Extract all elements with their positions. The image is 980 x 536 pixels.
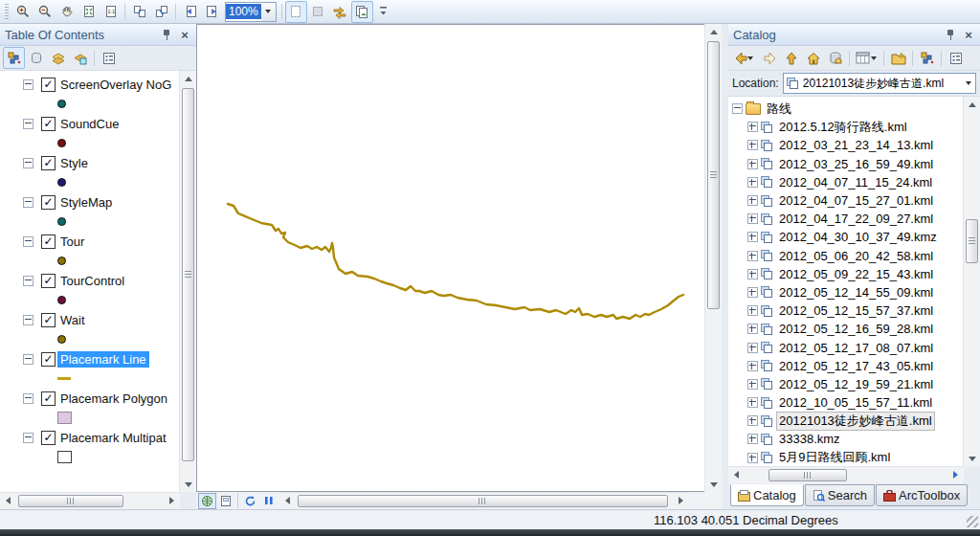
map-canvas[interactable]: [196, 24, 705, 492]
zoom-100-button[interactable]: 1:1: [100, 1, 122, 23]
toc-hscroll-thumb[interactable]: [18, 495, 123, 507]
fixed-zoom-out-button[interactable]: [150, 1, 172, 23]
layer-visibility-checkbox[interactable]: [41, 313, 56, 327]
focus-data-frame-button[interactable]: [307, 1, 329, 23]
collapse-expander-icon[interactable]: [23, 315, 33, 325]
zoom-level-value[interactable]: 100%: [226, 4, 261, 19]
catalog-item-name[interactable]: 2012_03_21_23_14_13.kml: [777, 138, 935, 152]
scroll-right-button[interactable]: [947, 467, 964, 482]
layer-symbol[interactable]: [57, 139, 66, 147]
zoom-level-combobox[interactable]: 100%: [225, 2, 277, 22]
location-dropdown-icon[interactable]: [961, 74, 975, 93]
expand-plus-icon[interactable]: [747, 415, 758, 426]
window-resize-grip[interactable]: [967, 516, 978, 527]
catalog-item[interactable]: 2012_05_12_14_55_09.kml: [728, 283, 964, 302]
forward-button[interactable]: [758, 47, 780, 69]
expand-plus-icon[interactable]: [747, 195, 758, 206]
collapse-expander-icon[interactable]: [23, 119, 33, 129]
scroll-up-button[interactable]: [180, 71, 196, 86]
expand-plus-icon[interactable]: [747, 287, 758, 298]
expand-plus-icon[interactable]: [747, 324, 758, 334]
layer-name[interactable]: Placemark Multipat: [57, 430, 169, 446]
data-driven-pages-button[interactable]: [351, 1, 373, 23]
map-vscroll-thumb[interactable]: [707, 41, 720, 309]
scroll-down-button[interactable]: [705, 477, 722, 492]
scroll-left-button[interactable]: [279, 493, 296, 508]
layer-symbol[interactable]: [57, 100, 66, 108]
catalog-item-name[interactable]: 2012_05_12_19_59_21.kml: [777, 377, 935, 391]
refresh-drawing-button[interactable]: [241, 493, 259, 509]
catalog-item-name[interactable]: 5月9日路线回顾.kml: [777, 449, 892, 466]
location-value[interactable]: 20121013徒步妙峰古道.kml: [803, 76, 961, 92]
catalog-item-name[interactable]: 2012_05_12_17_43_05.kml: [777, 359, 935, 373]
scroll-up-button[interactable]: [964, 97, 980, 112]
home-folder-button[interactable]: [802, 47, 824, 69]
expand-plus-icon[interactable]: [747, 177, 758, 188]
catalog-options-button[interactable]: [945, 47, 967, 69]
pin-icon[interactable]: [946, 29, 956, 40]
layer-name[interactable]: StyleMap: [57, 194, 115, 211]
catalog-item-name[interactable]: 2012_05_12_16_59_28.kml: [777, 322, 935, 336]
catalog-item[interactable]: 2012_04_07_15_27_01.kml: [728, 191, 964, 210]
catalog-vscroll-thumb[interactable]: [966, 219, 978, 263]
layer-visibility-checkbox[interactable]: [41, 274, 56, 288]
up-one-level-button[interactable]: [780, 47, 802, 69]
map-hscroll-thumb[interactable]: [298, 495, 668, 507]
expand-plus-icon[interactable]: [747, 343, 758, 353]
expand-plus-icon[interactable]: [747, 379, 758, 390]
catalog-item-name[interactable]: 2012_05_09_22_15_43.kml: [777, 267, 935, 281]
catalog-item-name[interactable]: 2012_05_12_14_55_09.kml: [777, 285, 935, 300]
catalog-item[interactable]: 2012_05_06_20_42_58.kml: [728, 247, 964, 265]
expand-plus-icon[interactable]: [747, 397, 758, 408]
layer-visibility-checkbox[interactable]: [41, 431, 56, 445]
catalog-item[interactable]: 2012_04_17_22_09_27.kml: [728, 210, 964, 228]
data-view-button[interactable]: [198, 493, 216, 509]
layer-symbol[interactable]: [57, 412, 72, 424]
catalog-item[interactable]: 2012_05_12_17_43_05.kml: [728, 357, 964, 375]
map-vertical-scrollbar[interactable]: [704, 24, 722, 492]
list-by-visibility-button[interactable]: [47, 47, 69, 69]
catalog-item[interactable]: 2012_03_21_23_14_13.kml: [728, 136, 964, 154]
expand-plus-icon[interactable]: [747, 434, 758, 444]
layer-name[interactable]: Tour: [57, 234, 87, 250]
zoom-out-button[interactable]: [33, 1, 56, 23]
back-button[interactable]: [731, 47, 758, 69]
catalog-root-folder[interactable]: 路线: [728, 100, 964, 118]
scroll-up-button[interactable]: [705, 24, 722, 39]
catalog-item[interactable]: 20121013徒步妙峰古道.kml: [728, 412, 964, 430]
fixed-zoom-in-button[interactable]: [128, 1, 150, 23]
expand-plus-icon[interactable]: [747, 305, 758, 316]
layer-symbol[interactable]: [57, 377, 71, 380]
change-layout-button[interactable]: [329, 1, 351, 23]
catalog-item-name[interactable]: 2012_05_06_20_42_58.kml: [777, 249, 935, 263]
collapse-expander-icon[interactable]: [23, 433, 33, 443]
catalog-item[interactable]: 2012_04_07_11_15_24.kml: [728, 173, 964, 191]
catalog-item[interactable]: 2012_05_09_22_15_43.kml: [728, 265, 964, 283]
pause-drawing-button[interactable]: [259, 493, 278, 509]
toc-horizontal-scrollbar[interactable]: [0, 492, 180, 509]
layer-symbol[interactable]: [57, 451, 72, 463]
pan-button[interactable]: [56, 1, 78, 23]
layer-symbol[interactable]: [57, 217, 66, 226]
layer-visibility-checkbox[interactable]: [41, 195, 56, 210]
layer-name[interactable]: Placemark Line: [57, 351, 149, 368]
layer-name[interactable]: Style: [57, 155, 91, 171]
collapse-expander-icon[interactable]: [732, 103, 743, 114]
close-icon[interactable]: [962, 28, 975, 41]
catalog-hscroll-thumb[interactable]: [768, 469, 847, 481]
scroll-right-button[interactable]: [164, 493, 180, 508]
layer-visibility-checkbox[interactable]: [41, 78, 56, 92]
catalog-item[interactable]: 33338.kmz: [728, 430, 964, 448]
catalog-item[interactable]: 2012_05_12_15_57_37.kml: [728, 302, 964, 320]
list-by-source-button[interactable]: [25, 47, 47, 69]
scroll-down-button[interactable]: [964, 451, 980, 466]
expand-plus-icon[interactable]: [747, 122, 758, 132]
catalog-item-name[interactable]: 2012_04_07_15_27_01.kml: [777, 193, 935, 208]
layer-symbol[interactable]: [57, 335, 66, 344]
layer-symbol[interactable]: [57, 178, 66, 187]
layer-name[interactable]: TourControl: [57, 273, 127, 289]
scroll-left-button[interactable]: [0, 493, 16, 508]
location-combobox[interactable]: 20121013徒步妙峰古道.kml: [783, 73, 976, 94]
expand-plus-icon[interactable]: [747, 159, 758, 169]
scroll-right-button[interactable]: [673, 493, 689, 508]
